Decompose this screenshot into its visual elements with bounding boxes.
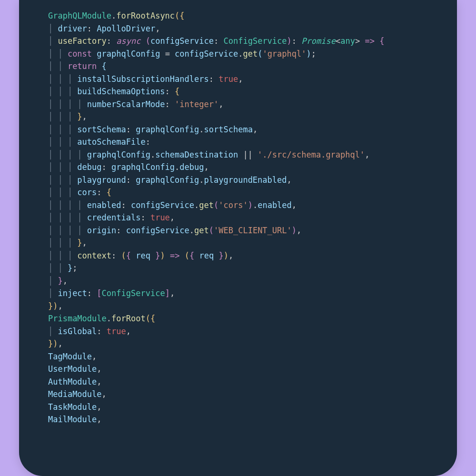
tok-MailModule: MailModule (48, 415, 97, 424)
tok-str-path: './src/schema.graphql' (258, 150, 365, 159)
tok-isGlobal: isGlobal (58, 327, 97, 336)
tok-get: get (243, 49, 258, 59)
tok-forRootAsync: forRootAsync (116, 11, 175, 20)
tok-cors: cors (77, 188, 97, 197)
tok-str-graphql: 'graphql' (262, 49, 306, 59)
tok-return: return (68, 61, 97, 71)
tok-buildSchema: buildSchemaOptions (77, 87, 165, 96)
tok-async: async (116, 36, 140, 46)
tok-schemaDest: schemaDestination (155, 150, 238, 159)
tok-debug: debug (77, 162, 101, 172)
tok-autoSchema: autoSchemaFile (77, 137, 145, 147)
tok-TaskModule: TaskModule (48, 402, 97, 412)
tok-str-cors: 'cors' (218, 200, 248, 210)
tok-ConfigService: ConfigService (224, 36, 287, 46)
tok-GraphQLModule: GraphQLModule (48, 11, 111, 20)
tok-context: context (77, 251, 111, 260)
tok-credentials: credentials (87, 213, 141, 222)
tok-const: const (68, 49, 92, 59)
tok-driver: driver (58, 24, 87, 33)
tok-enabled: enabled (87, 200, 121, 210)
tok-ApolloDriver: ApolloDriver (97, 24, 155, 33)
tok-useFactory: useFactory (58, 36, 106, 46)
tok-origin: origin (87, 226, 116, 235)
tok-TagModule: TagModule (48, 352, 92, 361)
tok-inject: inject (58, 288, 87, 298)
tok-PrismaModule: PrismaModule (48, 314, 107, 323)
code-block: GraphQLModule.forRootAsync({ │ driver: A… (29, 10, 457, 426)
tok-installSub: installSubscriptionHandlers (77, 74, 208, 84)
tok-Promise: Promise (301, 36, 336, 46)
tok-forRoot: forRoot (111, 314, 146, 323)
tok-UserModule: UserModule (48, 364, 97, 374)
tok-graphqlConfig: graphqlConfig (97, 49, 160, 59)
code-card: GraphQLModule.forRootAsync({ │ driver: A… (19, 0, 457, 476)
tok-configService: configService (150, 36, 214, 46)
tok-playEnabled: playgroundEnabled (204, 175, 287, 185)
tok-str-web: 'WEB_CLIENT_URL' (214, 226, 292, 235)
tok-playground: playground (77, 175, 126, 185)
tok-true: true (218, 74, 238, 84)
tok-any: any (340, 36, 355, 46)
tok-AuthModule: AuthModule (48, 377, 97, 387)
tok-req: req (136, 251, 150, 260)
tok-str-integer: 'integer' (175, 99, 218, 109)
tok-MediaModule: MediaModule (48, 389, 102, 399)
tok-numScalar: numberScalarMode (87, 99, 165, 109)
tok-sortSchema: sortSchema (77, 125, 126, 134)
